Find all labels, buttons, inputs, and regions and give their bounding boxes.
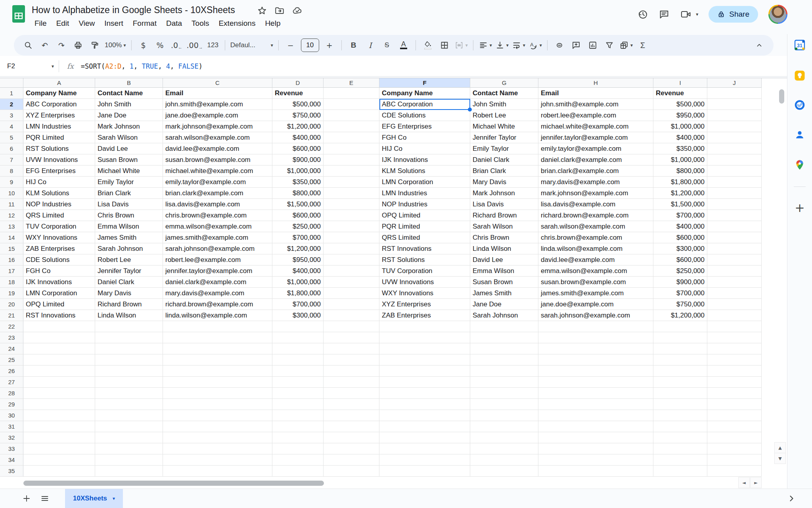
row-header-17[interactable]: 17 — [0, 266, 23, 277]
row-header-21[interactable]: 21 — [0, 310, 23, 321]
keep-icon[interactable] — [795, 70, 805, 81]
cell-B9[interactable]: Emily Taylor — [95, 177, 163, 188]
cell-B5[interactable]: Sarah Wilson — [95, 132, 163, 143]
format-currency-button[interactable]: $ — [136, 38, 151, 52]
cell-A28[interactable] — [23, 388, 95, 399]
cell-E6[interactable] — [324, 143, 379, 154]
cell-H9[interactable]: mary.davis@example.com — [538, 177, 653, 188]
cell-I29[interactable] — [653, 399, 707, 410]
cell-D28[interactable] — [272, 388, 324, 399]
create-filter-button[interactable] — [601, 38, 617, 52]
cell-H13[interactable]: sarah.wilson@example.com — [538, 221, 653, 232]
cell-G19[interactable]: James Smith — [470, 288, 538, 299]
cell-C29[interactable] — [163, 399, 272, 410]
cell-D26[interactable] — [272, 366, 324, 377]
cell-J32[interactable] — [707, 432, 762, 443]
cell-A18[interactable]: IJK Innovations — [23, 277, 95, 288]
cell-I31[interactable] — [653, 421, 707, 432]
column-header-D[interactable]: D — [272, 78, 324, 88]
cell-B15[interactable]: Sarah Johnson — [95, 243, 163, 254]
cell-F15[interactable]: RST Innovations — [379, 243, 470, 254]
cell-B29[interactable] — [95, 399, 163, 410]
borders-button[interactable] — [437, 38, 452, 52]
cell-E17[interactable] — [324, 266, 379, 277]
cell-A31[interactable] — [23, 421, 95, 432]
cell-B28[interactable] — [95, 388, 163, 399]
row-header-28[interactable]: 28 — [0, 388, 23, 399]
cell-B1[interactable]: Contact Name — [95, 88, 163, 99]
cell-C18[interactable]: daniel.clark@example.com — [163, 277, 272, 288]
cell-C35[interactable] — [163, 466, 272, 477]
tasks-icon[interactable] — [795, 100, 805, 110]
cell-J21[interactable] — [707, 310, 762, 321]
cell-C31[interactable] — [163, 421, 272, 432]
cell-F6[interactable]: HIJ Co — [379, 143, 470, 154]
cell-E24[interactable] — [324, 343, 379, 354]
cell-E34[interactable] — [324, 454, 379, 466]
cell-E21[interactable] — [324, 310, 379, 321]
cell-I32[interactable] — [653, 432, 707, 443]
comment-history-icon[interactable] — [659, 9, 670, 20]
cell-A12[interactable]: QRS Limited — [23, 210, 95, 221]
scroll-left-button[interactable]: ◄ — [738, 477, 750, 488]
cell-E10[interactable] — [324, 188, 379, 199]
vertical-scrollbar-thumb[interactable] — [779, 89, 784, 104]
cell-E23[interactable] — [324, 332, 379, 343]
font-size-input[interactable]: 10 — [301, 38, 319, 52]
strikethrough-button[interactable]: S — [379, 38, 395, 52]
scroll-right-button[interactable]: ► — [750, 477, 762, 488]
cell-B33[interactable] — [95, 443, 163, 454]
print-button[interactable] — [70, 38, 86, 52]
cell-D21[interactable]: $300,000 — [272, 310, 324, 321]
cell-B17[interactable]: Jennifer Taylor — [95, 266, 163, 277]
sheet-tab-10xsheets[interactable]: 10XSheets ▾ — [65, 489, 123, 508]
hide-menus-button[interactable] — [751, 38, 767, 52]
cell-J9[interactable] — [707, 177, 762, 188]
cell-F25[interactable] — [379, 354, 470, 366]
cell-J24[interactable] — [707, 343, 762, 354]
cell-H4[interactable]: michael.white@example.com — [538, 121, 653, 132]
cell-E19[interactable] — [324, 288, 379, 299]
share-button[interactable]: Share — [709, 6, 758, 23]
cell-D11[interactable]: $1,500,000 — [272, 199, 324, 210]
cell-F26[interactable] — [379, 366, 470, 377]
cell-H33[interactable] — [538, 443, 653, 454]
cell-B14[interactable]: James Smith — [95, 232, 163, 243]
cell-C17[interactable]: jennifer.taylor@example.com — [163, 266, 272, 277]
sheets-logo[interactable] — [12, 5, 25, 23]
cell-E31[interactable] — [324, 421, 379, 432]
row-header-23[interactable]: 23 — [0, 332, 23, 343]
cell-H19[interactable]: james.smith@example.com — [538, 288, 653, 299]
cell-G8[interactable]: Brian Clark — [470, 165, 538, 177]
cell-A11[interactable]: NOP Industries — [23, 199, 95, 210]
column-header-A[interactable]: A — [23, 78, 95, 88]
cell-G2[interactable]: John Smith — [470, 99, 538, 110]
cell-A2[interactable]: ABC Corporation — [23, 99, 95, 110]
cell-G23[interactable] — [470, 332, 538, 343]
menu-format[interactable]: Format — [129, 18, 160, 29]
cell-F17[interactable]: TUV Corporation — [379, 266, 470, 277]
cell-A32[interactable] — [23, 432, 95, 443]
cell-H20[interactable]: jane.doe@example.com — [538, 299, 653, 310]
cell-E4[interactable] — [324, 121, 379, 132]
row-header-32[interactable]: 32 — [0, 432, 23, 443]
cell-C3[interactable]: jane.doe@example.com — [163, 110, 272, 121]
cell-H25[interactable] — [538, 354, 653, 366]
menu-data[interactable]: Data — [163, 18, 186, 29]
cell-B27[interactable] — [95, 377, 163, 388]
cell-C25[interactable] — [163, 354, 272, 366]
cell-B3[interactable]: Jane Doe — [95, 110, 163, 121]
get-add-ons-icon[interactable]: + — [795, 201, 804, 215]
cell-I1[interactable]: Revenue — [653, 88, 707, 99]
cell-H16[interactable]: david.lee@example.com — [538, 254, 653, 266]
cell-E22[interactable] — [324, 321, 379, 332]
menu-edit[interactable]: Edit — [53, 18, 73, 29]
cell-D15[interactable]: $1,200,000 — [272, 243, 324, 254]
cell-G30[interactable] — [470, 410, 538, 421]
cell-I21[interactable]: $1,200,000 — [653, 310, 707, 321]
cell-H6[interactable]: emily.taylor@example.com — [538, 143, 653, 154]
cell-H2[interactable]: john.smith@example.com — [538, 99, 653, 110]
cell-G7[interactable]: Daniel Clark — [470, 154, 538, 165]
cell-D27[interactable] — [272, 377, 324, 388]
cell-I5[interactable]: $400,000 — [653, 132, 707, 143]
